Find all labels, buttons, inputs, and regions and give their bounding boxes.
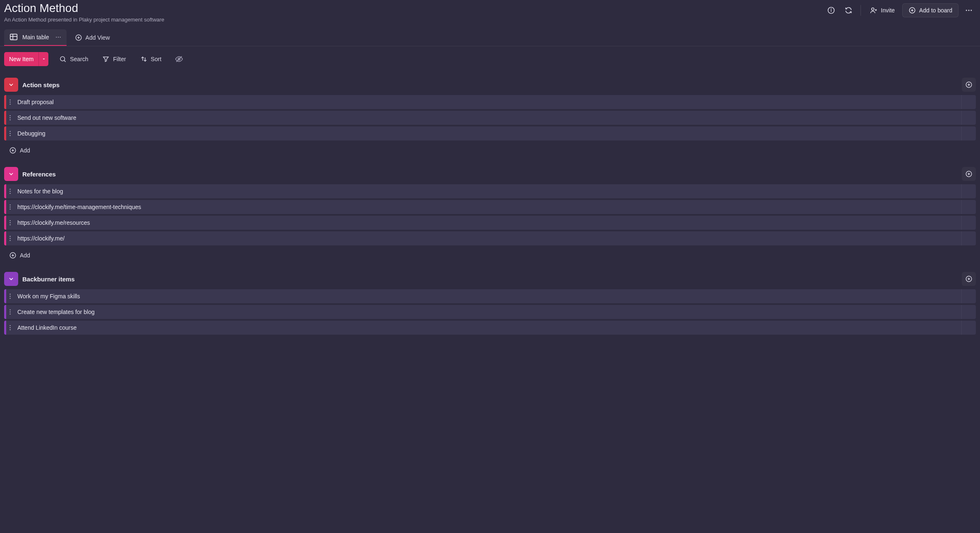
group-collapse-toggle[interactable] — [4, 78, 18, 92]
item-name: Send out new software — [17, 114, 76, 121]
table-row[interactable]: https://clockify.me/ — [4, 231, 976, 245]
row-trailing-cell[interactable] — [962, 95, 976, 109]
board-subtitle[interactable]: An Action Method presented in Plaky proj… — [4, 17, 164, 23]
tab-main-table[interactable]: Main table — [4, 29, 67, 46]
board-more-button[interactable] — [962, 3, 976, 17]
group-backburner: Backburner itemsWork on my Figma skillsC… — [4, 272, 976, 336]
info-icon[interactable] — [824, 3, 838, 17]
drag-handle[interactable] — [7, 235, 15, 242]
row-trailing-cell[interactable] — [962, 305, 976, 319]
row-trailing-cell[interactable] — [962, 200, 976, 214]
invite-button[interactable]: Invite — [866, 3, 899, 17]
item-name-cell[interactable]: https://clockify.me/ — [17, 231, 962, 245]
table-row[interactable]: Attend LinkedIn course — [4, 321, 976, 335]
group-add-column-button[interactable] — [962, 272, 976, 286]
drag-handle[interactable] — [7, 114, 15, 121]
item-name-cell[interactable]: Draft proposal — [17, 95, 962, 109]
row-trailing-cell[interactable] — [962, 184, 976, 198]
item-name-cell[interactable]: Attend LinkedIn course — [17, 321, 962, 335]
sort-button[interactable]: Sort — [137, 52, 165, 66]
group-add-column-button[interactable] — [962, 78, 976, 92]
item-name-cell[interactable]: Work on my Figma skills — [17, 289, 962, 303]
group-collapse-toggle[interactable] — [4, 167, 18, 181]
drag-handle[interactable] — [7, 204, 15, 210]
invite-icon — [870, 7, 877, 14]
add-to-board-label: Add to board — [919, 7, 952, 14]
refresh-icon[interactable] — [841, 3, 856, 17]
table-row[interactable]: Send out new software — [4, 111, 976, 125]
filter-label: Filter — [113, 56, 126, 62]
add-item-button[interactable]: Add — [4, 248, 34, 261]
table-row[interactable]: Draft proposal — [4, 95, 976, 109]
svg-point-32 — [10, 115, 11, 117]
drag-handle[interactable] — [7, 99, 15, 105]
item-name: https://clockify.me/ — [17, 235, 65, 242]
row-trailing-cell[interactable] — [962, 126, 976, 140]
item-name: Attend LinkedIn course — [17, 324, 76, 331]
search-button[interactable]: Search — [56, 52, 91, 66]
drag-handle[interactable] — [7, 130, 15, 137]
group-header-left: Action steps — [4, 78, 60, 92]
filter-button[interactable]: Filter — [99, 52, 129, 66]
svg-point-36 — [10, 133, 11, 134]
svg-point-51 — [10, 222, 11, 224]
board-title[interactable]: Action Method — [4, 2, 164, 15]
group-collapse-toggle[interactable] — [4, 272, 18, 286]
group-add-column-button[interactable] — [962, 167, 976, 181]
row-trailing-cell[interactable] — [962, 111, 976, 125]
table-row[interactable]: Notes for the blog — [4, 184, 976, 198]
add-item-button[interactable]: Add — [4, 143, 34, 156]
drag-dots-icon — [9, 309, 13, 315]
table-row[interactable]: Debugging — [4, 126, 976, 140]
chevron-down-icon — [8, 276, 14, 282]
drag-handle[interactable] — [7, 219, 15, 226]
svg-point-18 — [60, 37, 60, 38]
row-trailing-cell[interactable] — [962, 231, 976, 245]
group-action-steps: Action stepsDraft proposalSend out new s… — [4, 78, 976, 156]
chevron-down-icon — [8, 81, 14, 88]
svg-point-16 — [56, 37, 57, 38]
group-title[interactable]: References — [22, 171, 56, 178]
hide-columns-button[interactable] — [172, 52, 186, 66]
row-trailing-cell[interactable] — [962, 216, 976, 230]
svg-point-22 — [60, 57, 65, 61]
svg-point-3 — [872, 8, 874, 10]
row-trailing-cell[interactable] — [962, 321, 976, 335]
drag-handle[interactable] — [7, 188, 15, 195]
drag-handle[interactable] — [7, 309, 15, 315]
table-row[interactable]: https://clockify.me/time-management-tech… — [4, 200, 976, 214]
group-title[interactable]: Action steps — [22, 81, 60, 88]
group-header-left: References — [4, 167, 56, 181]
item-name-cell[interactable]: https://clockify.me/time-management-tech… — [17, 200, 962, 214]
table-row[interactable]: https://clockify.me/resources — [4, 216, 976, 230]
item-name-cell[interactable]: Notes for the blog — [17, 184, 962, 198]
svg-point-10 — [968, 10, 970, 11]
add-to-board-button[interactable]: Add to board — [902, 3, 958, 17]
drag-handle[interactable] — [7, 293, 15, 300]
item-name-cell[interactable]: Debugging — [17, 126, 962, 140]
new-item-dropdown[interactable] — [38, 52, 48, 66]
add-view-button[interactable]: Add View — [71, 30, 114, 45]
add-view-label: Add View — [86, 34, 110, 41]
table-row[interactable]: Work on my Figma skills — [4, 289, 976, 303]
table-row[interactable]: Create new templates for blog — [4, 305, 976, 319]
row-trailing-cell[interactable] — [962, 289, 976, 303]
group-title[interactable]: Backburner items — [22, 276, 75, 283]
item-name: Debugging — [17, 130, 45, 137]
drag-dots-icon — [9, 293, 13, 300]
new-item-button[interactable]: New Item — [4, 52, 48, 66]
toolbar: New Item Search Filter Sort — [0, 46, 980, 70]
svg-point-35 — [10, 131, 11, 132]
plus-circle-icon — [9, 147, 17, 154]
drag-handle[interactable] — [7, 324, 15, 331]
svg-point-37 — [10, 135, 11, 136]
drag-dots-icon — [9, 130, 13, 137]
tab-more-icon[interactable] — [53, 34, 62, 40]
item-name-cell[interactable]: Create new templates for blog — [17, 305, 962, 319]
item-name-cell[interactable]: https://clockify.me/resources — [17, 216, 962, 230]
drag-dots-icon — [9, 204, 13, 210]
group-header: References — [4, 167, 976, 181]
new-item-label: New Item — [4, 52, 38, 66]
svg-point-45 — [10, 191, 11, 192]
item-name-cell[interactable]: Send out new software — [17, 111, 962, 125]
